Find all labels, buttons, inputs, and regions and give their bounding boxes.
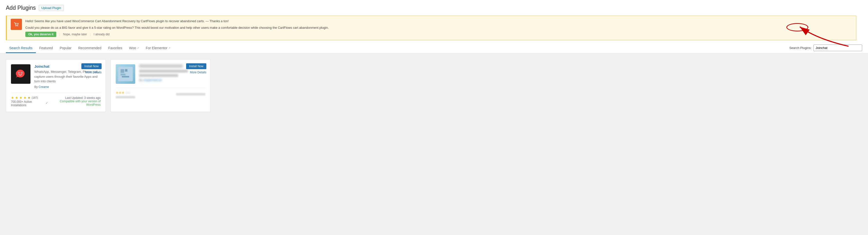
svg-point-8 [22, 73, 22, 73]
install-button-second[interactable]: Install Now [186, 63, 206, 69]
install-button-joinchat[interactable]: Install Now [81, 63, 101, 69]
external-link-icon2: ↗ [168, 47, 170, 49]
plugin-footer-left-second: ★★★ (50) [116, 91, 135, 98]
tab-favorites-label: Favorites [108, 46, 122, 50]
plugin-footer-joinchat: ★ ★ ★ ★ ★ (187) 700,000+ Active Installa… [11, 93, 101, 107]
cart-icon [13, 21, 20, 28]
tab-recommended-label: Recommended [78, 46, 101, 50]
tab-featured[interactable]: Featured [36, 44, 56, 53]
svg-rect-10 [121, 69, 124, 73]
svg-point-1 [16, 25, 17, 26]
tab-for-elementor-label: For Elementor [146, 46, 167, 50]
blurred-rating-second: ★★★ (50) [116, 91, 135, 95]
tab-popular-label: Popular [60, 46, 71, 50]
external-link-icon: ↗ [137, 47, 139, 49]
plugin-actions-second: Install Now More Details [186, 63, 206, 74]
plugin-icon-second [116, 64, 135, 84]
separator: | [59, 32, 60, 37]
rating-count-joinchat: (187) [32, 96, 38, 99]
plugin-author-link-second[interactable]: ompienhancer [143, 78, 162, 82]
notify-yes-button[interactable]: Ok, you deserve it [25, 32, 56, 37]
plugin-footer-right-joinchat: Last Updated: 3 weeks ago ✓ Compatible w… [45, 96, 101, 106]
star2: ★ [15, 96, 18, 100]
plugin-name-link-joinchat[interactable]: Joinchat [34, 64, 50, 68]
star5-half: ★ [28, 96, 31, 100]
svg-rect-13 [122, 76, 129, 77]
separator2: | [90, 32, 91, 37]
last-updated-joinchat: Last Updated: 3 weeks ago [45, 96, 101, 100]
plugin-author-joinchat: By Creame [34, 85, 101, 89]
main-content: Joinchat WhatsApp, Messenger, Telegram, … [0, 53, 868, 118]
checkmark-icon: ✓ [45, 101, 48, 105]
more-details-link-joinchat[interactable]: More Details [85, 71, 101, 74]
plugin-icon-joinchat [11, 64, 30, 84]
plugin-card-second: By ompienhancer Install Now More Details… [111, 59, 211, 112]
notification-text: Hello! Seems like you have used WooComme… [25, 19, 852, 37]
tab-popular[interactable]: Popular [56, 44, 75, 53]
notify-nope-button[interactable]: Nope, maybe later [63, 33, 87, 36]
plugin-footer-second: ★★★ (50) [116, 88, 205, 98]
plugin-footer-right-second [176, 93, 205, 96]
plugin-author-link-joinchat[interactable]: Creame [38, 85, 49, 89]
joinchat-logo-icon [13, 67, 28, 81]
page-wrapper: Add Plugins Upload Plugin Hello! Seems l… [0, 0, 868, 235]
page-title: Add Plugins [6, 4, 36, 12]
upload-plugin-button[interactable]: Upload Plugin [39, 5, 64, 11]
plugin-actions-joinchat: Install Now More Details [81, 63, 101, 74]
active-installs-joinchat: 700,000+ Active Installations [11, 100, 45, 107]
tab-woo-label: Woo [129, 46, 136, 50]
plugin-grid: Joinchat WhatsApp, Messenger, Telegram, … [6, 59, 862, 112]
star-rating-joinchat: ★ ★ ★ ★ ★ (187) [11, 96, 45, 100]
star1: ★ [11, 96, 14, 100]
search-label: Search Plugins: [789, 46, 811, 50]
svg-point-7 [19, 73, 19, 73]
svg-rect-0 [13, 21, 20, 28]
tab-recommended[interactable]: Recommended [75, 44, 105, 53]
notification-icon [11, 19, 22, 30]
tab-for-elementor[interactable]: For Elementor ↗ [142, 44, 174, 53]
tab-favorites[interactable]: Favorites [105, 44, 126, 53]
svg-point-2 [17, 25, 18, 26]
notification-message2: Could you please do us a BIG favor and g… [25, 25, 852, 30]
notification-banner: Hello! Seems like you have used WooComme… [6, 15, 856, 40]
compatible-text-joinchat: Compatible with your version of WordPres… [49, 100, 101, 106]
notification-actions: Ok, you deserve it | Nope, maybe later |… [25, 32, 852, 37]
compatible-joinchat: ✓ Compatible with your version of WordPr… [45, 100, 101, 106]
plugin-card-joinchat: Joinchat WhatsApp, Messenger, Telegram, … [6, 59, 106, 112]
page-header: Add Plugins Upload Plugin Hello! Seems l… [0, 0, 868, 53]
notification-message1: Hello! Seems like you have used WooComme… [25, 19, 852, 24]
tab-featured-label: Featured [39, 46, 53, 50]
search-area: Search Plugins: [789, 44, 862, 51]
tab-search-results-label: Search Results [9, 46, 32, 50]
star4: ★ [23, 96, 27, 100]
plugin-author-second: By ompienhancer [139, 78, 205, 82]
tab-woo[interactable]: Woo ↗ [126, 44, 143, 53]
svg-rect-11 [125, 69, 127, 72]
more-details-link-second[interactable]: More Details [190, 71, 206, 74]
star3: ★ [19, 96, 23, 100]
svg-rect-12 [121, 73, 125, 75]
plugin-footer-left: ★ ★ ★ ★ ★ (187) 700,000+ Active Installa… [11, 96, 45, 107]
search-input[interactable] [813, 44, 862, 51]
tab-search-results[interactable]: Search Results [6, 44, 36, 53]
page-header-top: Add Plugins Upload Plugin [6, 4, 862, 12]
notify-already-button[interactable]: I already did [94, 33, 110, 36]
second-plugin-logo [118, 67, 133, 81]
nav-tabs: Search Results Featured Popular Recommen… [6, 44, 862, 53]
